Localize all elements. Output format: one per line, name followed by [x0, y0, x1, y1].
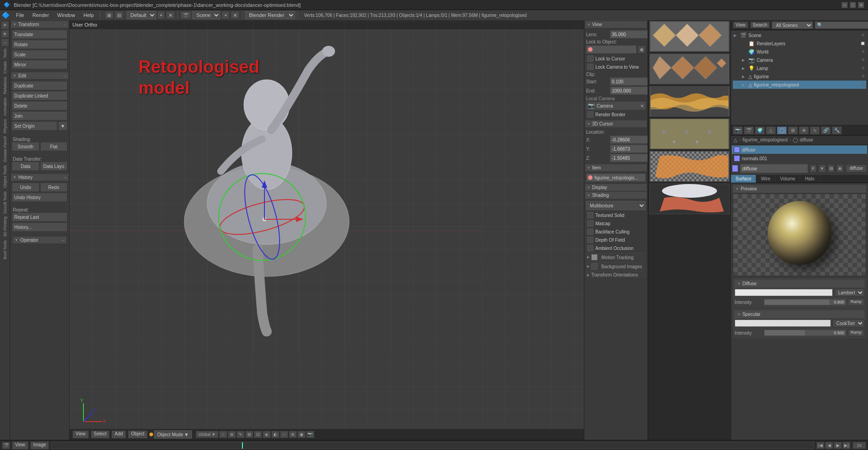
3d-viewport[interactable]: User Ortho [70, 20, 584, 440]
mat-browse-btn[interactable]: F [810, 164, 817, 173]
3d-cursor-header[interactable]: 3D Cursor [585, 120, 647, 127]
tree-item-scene[interactable]: ▶ 🎬 Scene 👁 [733, 31, 866, 39]
textured-solid-row[interactable]: Textured Solid [586, 211, 646, 219]
redo-btn[interactable]: Redo [40, 183, 68, 192]
screen-layout-btn[interactable]: ⊞ [104, 11, 114, 19]
camera-close-btn[interactable]: ✕ [640, 103, 644, 108]
menu-help[interactable]: Help [80, 11, 98, 19]
scene-filter-select[interactable]: All Scenes [772, 22, 813, 29]
item-name-field[interactable]: figurine_retopologis... [586, 173, 646, 182]
breadcrumb-object[interactable]: figurine_retopologised [742, 137, 787, 142]
lock-object-field[interactable] [586, 45, 637, 54]
thumb-3[interactable] [649, 86, 730, 117]
lock-camera-checkbox[interactable] [587, 64, 593, 70]
render-border-checkbox[interactable] [587, 111, 593, 118]
shading-mode-select[interactable]: Multitexture [586, 201, 646, 210]
scene-select[interactable]: Scene [192, 11, 220, 19]
camera-eye-icon[interactable]: 👁 [861, 58, 865, 62]
particles-props-btn[interactable]: ⊕ [799, 126, 809, 135]
specular-intensity-bar[interactable]: 0.500 [764, 330, 846, 336]
lamp-eye-icon[interactable]: 👁 [861, 66, 865, 70]
layout-remove-btn[interactable]: ✕ [166, 11, 175, 19]
lock-camera-row[interactable]: Lock Camera to View [586, 63, 646, 70]
add-menu-btn[interactable]: Add [111, 430, 126, 439]
history-btn[interactable]: History... [12, 222, 67, 232]
lock-cursor-row[interactable]: Lock to Cursor [586, 55, 646, 62]
ambient-occlusion-row[interactable]: Ambient Occlusion [586, 244, 646, 252]
physics-label[interactable]: Physics [2, 118, 8, 135]
tree-item-renderlayers[interactable]: 📋 RenderLayers 🔲 [733, 39, 866, 48]
snap-btn[interactable]: ⊕ [228, 431, 236, 438]
object-menu-btn[interactable]: Object [128, 430, 148, 439]
3d-printing-label[interactable]: 3D Printing [2, 215, 8, 239]
textured-solid-checkbox[interactable] [587, 212, 593, 218]
create-label[interactable]: Create [2, 60, 8, 75]
render-border-row[interactable]: Render Border [586, 111, 646, 118]
set-origin-btn[interactable]: Set Origin [12, 121, 57, 130]
mat-delete-btn[interactable]: ⊟ [828, 164, 835, 173]
thumb-6[interactable] [649, 184, 730, 214]
undo-btn[interactable]: Undo [12, 183, 39, 192]
proportional-btn[interactable]: ○ [219, 431, 227, 438]
flat-btn[interactable]: Flat [40, 142, 68, 151]
tool-transform-btn[interactable]: ↔ [1, 38, 9, 47]
constraints-props-btn[interactable]: 🔗 [821, 126, 831, 135]
grid-btn[interactable]: ⊡ [254, 431, 262, 438]
render-layers-eye-icon[interactable]: 🔲 [860, 41, 865, 46]
render-props-btn[interactable]: 📷 [733, 126, 743, 135]
world-eye-icon[interactable]: 👁 [861, 49, 865, 54]
shading-btn[interactable]: ◐ [271, 431, 280, 438]
specular-ramp-btn[interactable]: Ramp [848, 329, 864, 336]
diffuse-shader-select[interactable]: Lambert [835, 288, 864, 297]
menu-render[interactable]: Render [29, 11, 53, 19]
data-toggle-btn[interactable]: diffuse [846, 164, 867, 173]
thumb-1[interactable] [649, 21, 730, 52]
bottom-image-btn[interactable]: Image [30, 441, 49, 450]
background-images-row[interactable]: ▶ Background Images [586, 262, 646, 271]
lens-input[interactable] [610, 30, 648, 38]
operator-header[interactable]: Operator ─ [13, 237, 66, 244]
material-name-input[interactable] [740, 164, 808, 173]
mat-new-btn[interactable]: ✕ [819, 164, 825, 173]
set-origin-arrow-btn[interactable]: ▼ [58, 121, 67, 130]
tool-select-btn[interactable]: ✥ [1, 30, 9, 38]
scene-icon-bottom-btn[interactable]: 🎬 [2, 442, 10, 449]
depth-of-field-checkbox[interactable] [587, 237, 593, 243]
data-layer-btn[interactable]: Data Layo [40, 162, 68, 171]
matcap-checkbox[interactable] [587, 220, 593, 227]
rotate-btn[interactable]: Rotate [12, 40, 67, 49]
lock-cursor-checkbox[interactable] [587, 55, 593, 62]
material-props-btn[interactable]: ◯ [777, 126, 787, 135]
outliner-view-btn[interactable]: View [733, 22, 748, 28]
tree-item-figurine-retopo[interactable]: ▶ △ figurine_retopologised ◈ [733, 81, 866, 89]
cursor-z-input[interactable] [610, 154, 648, 162]
mat-copy-btn[interactable]: ⊕ [836, 164, 843, 173]
mirror-btn-2[interactable]: ⊞ [245, 431, 253, 438]
modifiers-props-btn[interactable]: 🔧 [832, 126, 842, 135]
specular-color-bar[interactable] [735, 320, 831, 327]
timeline-area[interactable] [51, 442, 814, 449]
layout-select[interactable]: Default [126, 11, 156, 19]
close-button[interactable]: ✕ [858, 2, 864, 8]
bool-tools-label[interactable]: Bool Tools [2, 239, 8, 260]
diffuse-color-bar[interactable] [735, 289, 833, 296]
object-tools-label[interactable]: Object Tools [2, 164, 8, 189]
material-item-normals[interactable]: normals.001 [732, 154, 867, 163]
pivot-btn[interactable]: ⊕ [289, 431, 297, 438]
figurine-eye-icon[interactable]: 👁 [861, 74, 865, 79]
delete-btn[interactable]: Delete [12, 101, 67, 110]
transform-header[interactable]: Transform ─ [11, 21, 68, 28]
menu-file[interactable]: File [12, 11, 28, 19]
edit-header[interactable]: Edit ─ [11, 72, 68, 80]
object-mode-btn[interactable]: Object Mode ▼ [154, 430, 192, 439]
figurine-retopo-eye-icon[interactable]: ◈ [862, 82, 865, 87]
tree-item-lamp[interactable]: ▶ 💡 Lamp 👁 [733, 64, 866, 72]
scene-icon-btn[interactable]: 🎬 [180, 11, 191, 19]
mirror-btn[interactable]: Mirror [12, 60, 67, 69]
scene-add-btn[interactable]: + [221, 11, 230, 19]
join-btn[interactable]: Join [12, 111, 67, 120]
item-section-header[interactable]: Item [585, 164, 647, 171]
clip-end-input[interactable] [610, 87, 648, 95]
cursor-x-input[interactable] [610, 136, 648, 144]
lock-object-browse-btn[interactable]: ⊕ [637, 45, 646, 54]
